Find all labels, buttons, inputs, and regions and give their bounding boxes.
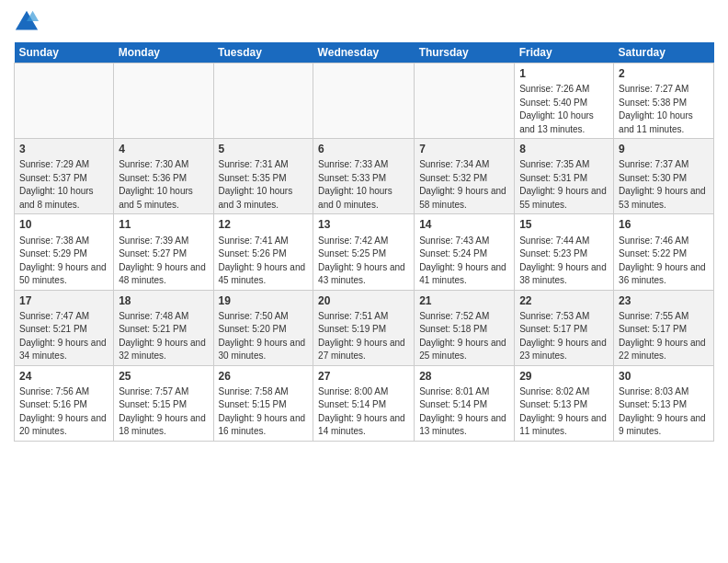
col-header-friday: Friday <box>515 42 614 63</box>
day-cell: 11Sunrise: 7:39 AMSunset: 5:27 PMDayligh… <box>114 214 213 290</box>
day-number: 25 <box>119 369 208 384</box>
day-number: 26 <box>219 369 309 384</box>
day-info: Sunrise: 7:27 AMSunset: 5:38 PMDaylight:… <box>619 84 693 134</box>
day-info: Sunrise: 8:03 AMSunset: 5:13 PMDaylight:… <box>619 386 706 437</box>
week-row-5: 24Sunrise: 7:56 AMSunset: 5:16 PMDayligh… <box>15 365 714 441</box>
day-info: Sunrise: 7:29 AMSunset: 5:37 PMDaylight:… <box>19 159 94 210</box>
day-number: 19 <box>219 293 309 308</box>
day-info: Sunrise: 7:35 AMSunset: 5:31 PMDaylight:… <box>519 159 607 210</box>
day-number: 28 <box>419 369 509 384</box>
day-number: 2 <box>619 66 709 81</box>
day-info: Sunrise: 7:55 AMSunset: 5:17 PMDaylight:… <box>619 311 706 362</box>
day-info: Sunrise: 8:00 AMSunset: 5:14 PMDaylight:… <box>318 386 405 437</box>
day-number: 12 <box>219 217 309 232</box>
day-cell: 2Sunrise: 7:27 AMSunset: 5:38 PMDaylight… <box>614 63 714 139</box>
day-number: 15 <box>519 217 609 232</box>
day-cell: 6Sunrise: 7:33 AMSunset: 5:33 PMDaylight… <box>313 139 415 214</box>
day-info: Sunrise: 7:34 AMSunset: 5:32 PMDaylight:… <box>419 159 506 210</box>
col-header-wednesday: Wednesday <box>313 42 415 63</box>
day-info: Sunrise: 7:26 AMSunset: 5:40 PMDaylight:… <box>519 84 594 134</box>
logo <box>14 9 43 35</box>
day-number: 14 <box>419 217 509 232</box>
week-row-2: 3Sunrise: 7:29 AMSunset: 5:37 PMDaylight… <box>15 139 714 214</box>
day-info: Sunrise: 7:56 AMSunset: 5:16 PMDaylight:… <box>19 386 107 437</box>
day-cell: 12Sunrise: 7:41 AMSunset: 5:26 PMDayligh… <box>213 214 313 290</box>
day-cell: 15Sunrise: 7:44 AMSunset: 5:23 PMDayligh… <box>515 214 614 290</box>
header <box>14 9 714 35</box>
day-cell: 1Sunrise: 7:26 AMSunset: 5:40 PMDaylight… <box>515 63 614 139</box>
day-cell: 10Sunrise: 7:38 AMSunset: 5:29 PMDayligh… <box>15 214 114 290</box>
day-info: Sunrise: 7:53 AMSunset: 5:17 PMDaylight:… <box>519 311 607 362</box>
day-cell: 26Sunrise: 7:58 AMSunset: 5:15 PMDayligh… <box>213 365 313 441</box>
day-number: 21 <box>419 293 509 308</box>
day-info: Sunrise: 7:43 AMSunset: 5:24 PMDaylight:… <box>419 236 506 286</box>
day-number: 13 <box>318 217 409 232</box>
day-cell: 18Sunrise: 7:48 AMSunset: 5:21 PMDayligh… <box>114 290 213 365</box>
day-number: 29 <box>519 369 609 384</box>
day-cell: 3Sunrise: 7:29 AMSunset: 5:37 PMDaylight… <box>15 139 114 214</box>
day-info: Sunrise: 7:42 AMSunset: 5:25 PMDaylight:… <box>318 236 405 286</box>
day-info: Sunrise: 7:46 AMSunset: 5:22 PMDaylight:… <box>619 236 706 286</box>
day-number: 18 <box>119 293 208 308</box>
day-info: Sunrise: 7:33 AMSunset: 5:33 PMDaylight:… <box>318 159 392 210</box>
day-info: Sunrise: 8:01 AMSunset: 5:14 PMDaylight:… <box>419 386 506 437</box>
day-cell: 14Sunrise: 7:43 AMSunset: 5:24 PMDayligh… <box>415 214 515 290</box>
day-info: Sunrise: 7:51 AMSunset: 5:19 PMDaylight:… <box>318 311 405 362</box>
day-info: Sunrise: 7:57 AMSunset: 5:15 PMDaylight:… <box>119 386 206 437</box>
day-info: Sunrise: 7:44 AMSunset: 5:23 PMDaylight:… <box>519 236 607 286</box>
day-info: Sunrise: 7:41 AMSunset: 5:26 PMDaylight:… <box>219 236 306 286</box>
day-cell: 17Sunrise: 7:47 AMSunset: 5:21 PMDayligh… <box>15 290 114 365</box>
day-number: 11 <box>119 217 208 232</box>
day-cell: 8Sunrise: 7:35 AMSunset: 5:31 PMDaylight… <box>515 139 614 214</box>
week-row-3: 10Sunrise: 7:38 AMSunset: 5:29 PMDayligh… <box>15 214 714 290</box>
day-cell: 20Sunrise: 7:51 AMSunset: 5:19 PMDayligh… <box>313 290 415 365</box>
day-number: 5 <box>219 142 309 156</box>
day-cell <box>213 63 313 139</box>
calendar-table: SundayMondayTuesdayWednesdayThursdayFrid… <box>14 42 714 442</box>
day-cell: 7Sunrise: 7:34 AMSunset: 5:32 PMDaylight… <box>415 139 515 214</box>
col-header-thursday: Thursday <box>415 42 515 63</box>
day-cell: 21Sunrise: 7:52 AMSunset: 5:18 PMDayligh… <box>415 290 515 365</box>
day-cell: 9Sunrise: 7:37 AMSunset: 5:30 PMDaylight… <box>614 139 714 214</box>
day-cell: 22Sunrise: 7:53 AMSunset: 5:17 PMDayligh… <box>515 290 614 365</box>
day-number: 7 <box>419 142 509 156</box>
day-cell: 30Sunrise: 8:03 AMSunset: 5:13 PMDayligh… <box>614 365 714 441</box>
day-cell: 29Sunrise: 8:02 AMSunset: 5:13 PMDayligh… <box>515 365 614 441</box>
day-cell <box>313 63 415 139</box>
col-header-sunday: Sunday <box>15 42 114 63</box>
day-number: 1 <box>519 66 609 81</box>
day-info: Sunrise: 7:39 AMSunset: 5:27 PMDaylight:… <box>119 236 206 286</box>
day-info: Sunrise: 7:58 AMSunset: 5:15 PMDaylight:… <box>219 386 306 437</box>
day-number: 16 <box>619 217 709 232</box>
day-cell: 19Sunrise: 7:50 AMSunset: 5:20 PMDayligh… <box>213 290 313 365</box>
day-number: 3 <box>19 142 108 156</box>
day-info: Sunrise: 7:47 AMSunset: 5:21 PMDaylight:… <box>19 311 107 362</box>
day-number: 10 <box>19 217 108 232</box>
week-row-1: 1Sunrise: 7:26 AMSunset: 5:40 PMDaylight… <box>15 63 714 139</box>
day-info: Sunrise: 7:52 AMSunset: 5:18 PMDaylight:… <box>419 311 506 362</box>
day-info: Sunrise: 7:31 AMSunset: 5:35 PMDaylight:… <box>219 159 293 210</box>
page: SundayMondayTuesdayWednesdayThursdayFrid… <box>0 0 728 451</box>
day-number: 20 <box>318 293 409 308</box>
day-cell: 27Sunrise: 8:00 AMSunset: 5:14 PMDayligh… <box>313 365 415 441</box>
day-cell: 25Sunrise: 7:57 AMSunset: 5:15 PMDayligh… <box>114 365 213 441</box>
day-number: 17 <box>19 293 108 308</box>
header-row: SundayMondayTuesdayWednesdayThursdayFrid… <box>15 42 714 63</box>
day-number: 9 <box>619 142 709 156</box>
day-info: Sunrise: 8:02 AMSunset: 5:13 PMDaylight:… <box>519 386 607 437</box>
day-cell: 4Sunrise: 7:30 AMSunset: 5:36 PMDaylight… <box>114 139 213 214</box>
day-number: 23 <box>619 293 709 308</box>
day-cell: 16Sunrise: 7:46 AMSunset: 5:22 PMDayligh… <box>614 214 714 290</box>
day-cell <box>415 63 515 139</box>
day-info: Sunrise: 7:50 AMSunset: 5:20 PMDaylight:… <box>219 311 306 362</box>
col-header-saturday: Saturday <box>614 42 714 63</box>
week-row-4: 17Sunrise: 7:47 AMSunset: 5:21 PMDayligh… <box>15 290 714 365</box>
col-header-monday: Monday <box>114 42 213 63</box>
col-header-tuesday: Tuesday <box>213 42 313 63</box>
day-number: 30 <box>619 369 709 384</box>
day-number: 22 <box>519 293 609 308</box>
day-number: 24 <box>19 369 108 384</box>
day-cell: 28Sunrise: 8:01 AMSunset: 5:14 PMDayligh… <box>415 365 515 441</box>
day-cell <box>15 63 114 139</box>
day-cell: 5Sunrise: 7:31 AMSunset: 5:35 PMDaylight… <box>213 139 313 214</box>
